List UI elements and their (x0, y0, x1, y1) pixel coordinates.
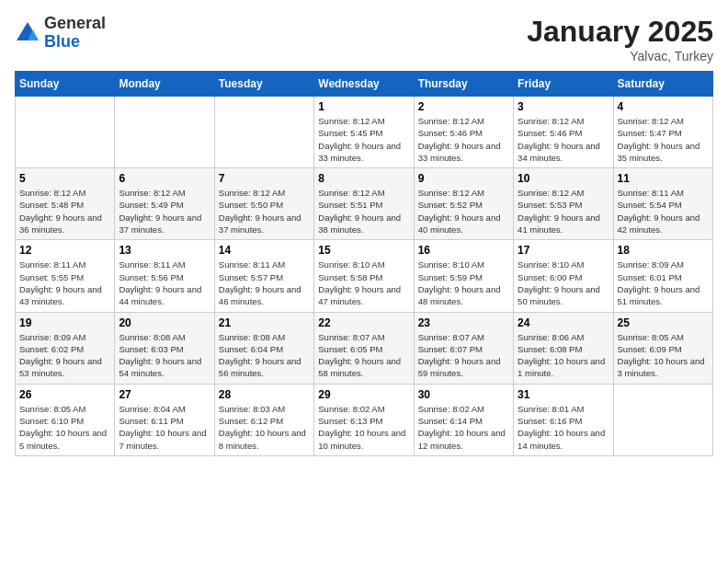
calendar-cell: 23Sunrise: 8:07 AMSunset: 6:07 PMDayligh… (414, 312, 513, 384)
day-info: Sunrise: 8:10 AMSunset: 5:58 PMDaylight:… (318, 259, 409, 307)
day-number: 4 (618, 100, 709, 113)
day-info: Sunrise: 8:11 AMSunset: 5:56 PMDaylight:… (119, 259, 210, 307)
day-number: 24 (518, 316, 609, 329)
day-info: Sunrise: 8:12 AMSunset: 5:45 PMDaylight:… (318, 115, 409, 164)
day-number: 14 (219, 244, 310, 257)
day-info: Sunrise: 8:08 AMSunset: 6:04 PMDaylight:… (219, 331, 310, 380)
calendar-table: SundayMondayTuesdayWednesdayThursdayFrid… (15, 71, 713, 456)
calendar-cell: 26Sunrise: 8:05 AMSunset: 6:10 PMDayligh… (16, 384, 115, 455)
calendar-cell: 28Sunrise: 8:03 AMSunset: 6:12 PMDayligh… (214, 384, 313, 455)
calendar-cell: 27Sunrise: 8:04 AMSunset: 6:11 PMDayligh… (115, 384, 214, 455)
calendar-week-row: 5Sunrise: 8:12 AMSunset: 5:48 PMDaylight… (16, 168, 713, 240)
calendar-cell: 4Sunrise: 8:12 AMSunset: 5:47 PMDaylight… (613, 97, 712, 168)
calendar-week-row: 26Sunrise: 8:05 AMSunset: 6:10 PMDayligh… (16, 384, 713, 455)
month-title: January 2025 (527, 15, 713, 49)
day-number: 7 (219, 172, 310, 185)
day-number: 11 (618, 172, 709, 185)
title-block: January 2025 Yalvac, Turkey (527, 15, 713, 63)
day-info: Sunrise: 8:10 AMSunset: 5:59 PMDaylight:… (418, 259, 509, 307)
day-number: 19 (19, 316, 110, 329)
calendar-week-row: 19Sunrise: 8:09 AMSunset: 6:02 PMDayligh… (16, 312, 713, 384)
day-info: Sunrise: 8:12 AMSunset: 5:50 PMDaylight:… (219, 187, 310, 236)
day-number: 21 (219, 316, 310, 329)
day-number: 10 (518, 172, 609, 185)
day-info: Sunrise: 8:12 AMSunset: 5:46 PMDaylight:… (518, 115, 609, 164)
day-info: Sunrise: 8:05 AMSunset: 6:09 PMDaylight:… (618, 331, 709, 380)
day-number: 16 (418, 244, 509, 257)
header-friday: Friday (514, 72, 613, 97)
calendar-cell: 10Sunrise: 8:12 AMSunset: 5:53 PMDayligh… (514, 168, 613, 240)
calendar-cell: 6Sunrise: 8:12 AMSunset: 5:49 PMDaylight… (115, 168, 214, 240)
day-number: 5 (19, 172, 110, 185)
calendar-cell: 7Sunrise: 8:12 AMSunset: 5:50 PMDaylight… (214, 168, 313, 240)
header-saturday: Saturday (613, 72, 712, 97)
calendar-cell (115, 97, 214, 168)
calendar-cell: 8Sunrise: 8:12 AMSunset: 5:51 PMDaylight… (314, 168, 414, 240)
page-header: General Blue January 2025 Yalvac, Turkey (15, 15, 713, 63)
header-tuesday: Tuesday (214, 72, 313, 97)
calendar-cell: 31Sunrise: 8:01 AMSunset: 6:16 PMDayligh… (514, 384, 613, 455)
day-number: 9 (418, 172, 509, 185)
day-number: 15 (318, 244, 409, 257)
calendar-cell: 11Sunrise: 8:11 AMSunset: 5:54 PMDayligh… (613, 168, 712, 240)
header-wednesday: Wednesday (314, 72, 414, 97)
day-info: Sunrise: 8:07 AMSunset: 6:07 PMDaylight:… (418, 331, 509, 380)
calendar-cell (16, 97, 115, 168)
logo-blue: Blue (44, 33, 106, 52)
day-info: Sunrise: 8:03 AMSunset: 6:12 PMDaylight:… (219, 403, 310, 452)
calendar-cell: 1Sunrise: 8:12 AMSunset: 5:45 PMDaylight… (314, 97, 414, 168)
calendar-cell: 17Sunrise: 8:10 AMSunset: 6:00 PMDayligh… (514, 240, 613, 312)
calendar-cell: 25Sunrise: 8:05 AMSunset: 6:09 PMDayligh… (613, 312, 712, 384)
day-info: Sunrise: 8:09 AMSunset: 6:01 PMDaylight:… (618, 259, 709, 307)
day-number: 25 (618, 316, 709, 329)
day-info: Sunrise: 8:09 AMSunset: 6:02 PMDaylight:… (19, 331, 110, 380)
day-number: 22 (318, 316, 409, 329)
day-info: Sunrise: 8:11 AMSunset: 5:57 PMDaylight:… (219, 259, 310, 307)
day-number: 28 (219, 388, 310, 401)
calendar-cell (214, 97, 313, 168)
logo-text: General Blue (44, 15, 106, 52)
day-number: 17 (518, 244, 609, 257)
calendar-cell: 5Sunrise: 8:12 AMSunset: 5:48 PMDaylight… (16, 168, 115, 240)
day-number: 2 (418, 100, 509, 113)
day-number: 31 (518, 388, 609, 401)
calendar-cell: 15Sunrise: 8:10 AMSunset: 5:58 PMDayligh… (314, 240, 414, 312)
day-info: Sunrise: 8:10 AMSunset: 6:00 PMDaylight:… (518, 259, 609, 307)
day-number: 29 (318, 388, 409, 401)
calendar-cell: 20Sunrise: 8:08 AMSunset: 6:03 PMDayligh… (115, 312, 214, 384)
day-number: 27 (119, 388, 210, 401)
calendar-header-row: SundayMondayTuesdayWednesdayThursdayFrid… (16, 72, 713, 97)
day-info: Sunrise: 8:12 AMSunset: 5:46 PMDaylight:… (418, 115, 509, 164)
logo: General Blue (15, 15, 106, 52)
location: Yalvac, Turkey (527, 49, 713, 63)
day-number: 6 (119, 172, 210, 185)
day-info: Sunrise: 8:12 AMSunset: 5:47 PMDaylight:… (618, 115, 709, 164)
day-info: Sunrise: 8:12 AMSunset: 5:53 PMDaylight:… (518, 187, 609, 236)
day-info: Sunrise: 8:12 AMSunset: 5:52 PMDaylight:… (418, 187, 509, 236)
calendar-cell: 12Sunrise: 8:11 AMSunset: 5:55 PMDayligh… (16, 240, 115, 312)
day-number: 3 (518, 100, 609, 113)
day-info: Sunrise: 8:11 AMSunset: 5:55 PMDaylight:… (19, 259, 110, 307)
calendar-cell: 13Sunrise: 8:11 AMSunset: 5:56 PMDayligh… (115, 240, 214, 312)
day-info: Sunrise: 8:05 AMSunset: 6:10 PMDaylight:… (19, 403, 110, 452)
calendar-cell (613, 384, 712, 455)
calendar-cell: 16Sunrise: 8:10 AMSunset: 5:59 PMDayligh… (414, 240, 513, 312)
calendar-cell: 3Sunrise: 8:12 AMSunset: 5:46 PMDaylight… (514, 97, 613, 168)
calendar-cell: 24Sunrise: 8:06 AMSunset: 6:08 PMDayligh… (514, 312, 613, 384)
logo-general: General (44, 15, 106, 33)
calendar-cell: 18Sunrise: 8:09 AMSunset: 6:01 PMDayligh… (613, 240, 712, 312)
day-info: Sunrise: 8:01 AMSunset: 6:16 PMDaylight:… (518, 403, 609, 452)
day-number: 26 (19, 388, 110, 401)
calendar-cell: 21Sunrise: 8:08 AMSunset: 6:04 PMDayligh… (214, 312, 313, 384)
calendar-week-row: 1Sunrise: 8:12 AMSunset: 5:45 PMDaylight… (16, 97, 713, 168)
day-info: Sunrise: 8:02 AMSunset: 6:13 PMDaylight:… (318, 403, 409, 452)
calendar-cell: 22Sunrise: 8:07 AMSunset: 6:05 PMDayligh… (314, 312, 414, 384)
calendar-week-row: 12Sunrise: 8:11 AMSunset: 5:55 PMDayligh… (16, 240, 713, 312)
day-number: 1 (318, 100, 409, 113)
calendar-cell: 29Sunrise: 8:02 AMSunset: 6:13 PMDayligh… (314, 384, 414, 455)
day-info: Sunrise: 8:06 AMSunset: 6:08 PMDaylight:… (518, 331, 609, 380)
header-thursday: Thursday (414, 72, 513, 97)
day-info: Sunrise: 8:12 AMSunset: 5:51 PMDaylight:… (318, 187, 409, 236)
day-number: 8 (318, 172, 409, 185)
day-info: Sunrise: 8:07 AMSunset: 6:05 PMDaylight:… (318, 331, 409, 380)
